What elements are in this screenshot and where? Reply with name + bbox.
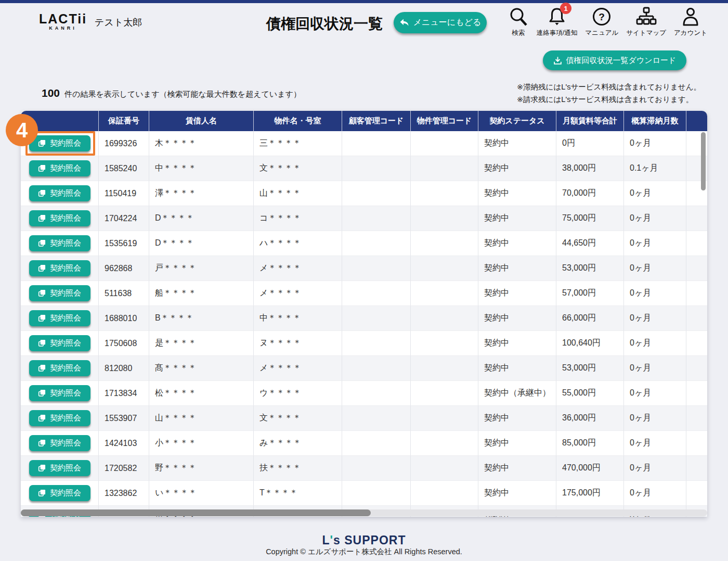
cell-monthly-rent-total: 0円 [556, 131, 624, 156]
copy-icon [38, 314, 46, 322]
contract-inquiry-label: 契約照会 [50, 438, 81, 448]
contract-inquiry-button[interactable]: 契約照会 [29, 410, 90, 426]
contract-inquiry-button[interactable]: 契約照会 [29, 185, 90, 201]
table-row: 契約照会 1150419 澤＊＊＊＊ 山＊＊＊＊ 契約中 70,000円 0ヶ月 [21, 181, 707, 206]
cell-tenant-name: 髙＊＊＊＊ [149, 356, 254, 381]
cell-property-code [411, 431, 478, 456]
contract-inquiry-button[interactable]: 契約照会 [29, 310, 90, 326]
cell-monthly-rent-total: 66,000円 [556, 306, 624, 331]
table-row: 契約照会 1713834 松＊＊＊＊ ウ＊＊＊＊ 契約中（承継中） 55,000… [21, 381, 707, 406]
download-list-button[interactable]: 債権回収状況一覧ダウンロード [543, 50, 686, 70]
cell-property-name: 扶＊＊＊＊ [254, 456, 342, 481]
cell-arrears-months: 0ヶ月 [624, 181, 686, 206]
cell-monthly-rent-total: 36,000円 [556, 406, 624, 431]
cell-contract-status: 契約中 [478, 406, 556, 431]
cell-guarantee-no: 1424103 [99, 431, 149, 456]
contract-inquiry-button[interactable]: 契約照会 [29, 385, 90, 401]
cell-customer-code [342, 381, 411, 406]
help-icon: ? [591, 6, 612, 27]
cell-property-code [411, 131, 478, 156]
vertical-scrollbar-thumb[interactable] [701, 132, 706, 190]
cell-customer-code [342, 131, 411, 156]
table-row: 契約照会 1553907 山＊＊＊＊ 文＊＊＊＊ 契約中 36,000円 0ヶ月 [21, 406, 707, 431]
result-count-text: 件の結果を表示しています（検索可能な最大件数を超えています） [64, 90, 301, 99]
copy-icon [38, 414, 46, 422]
footer-logo-l: L [322, 533, 330, 547]
contract-inquiry-button[interactable]: 契約照会 [29, 435, 90, 451]
cell-property-name: 文＊＊＊＊ [254, 406, 342, 431]
contract-inquiry-label: 契約照会 [50, 263, 81, 273]
cell-guarantee-no: 1713834 [99, 381, 149, 406]
contract-inquiry-label: 契約照会 [50, 188, 81, 198]
notification-badge: 1 [560, 3, 571, 14]
cell-arrears-months: 0ヶ月 [624, 381, 686, 406]
cell-guarantee-no: 1750608 [99, 331, 149, 356]
nav-item-sitemap[interactable]: サイトマップ [626, 6, 666, 37]
cell-property-code [411, 406, 478, 431]
copy-icon [38, 164, 46, 172]
contract-inquiry-button[interactable]: 契約照会 [29, 160, 90, 176]
footer-logo-rest: SUPPORT [341, 533, 406, 547]
search-icon [508, 6, 529, 27]
cell-spacer [686, 406, 707, 431]
contract-inquiry-button[interactable]: 契約照会 [29, 285, 90, 301]
collection-status-table: 保証番号 賃借人名 物件名・号室 顧客管理コード 物件管理コード 契約ステータス… [21, 111, 707, 517]
cell-contract-status: 契約中 [478, 306, 556, 331]
contract-inquiry-button[interactable]: 契約照会 [29, 210, 90, 226]
cell-spacer [686, 206, 707, 231]
table-row: 契約照会 511638 船＊＊＊＊ メ＊＊＊＊ 契約中 57,000円 0ヶ月 [21, 281, 707, 306]
cell-customer-code [342, 406, 411, 431]
copy-icon [38, 439, 46, 447]
cell-tenant-name: 中＊＊＊＊ [149, 156, 254, 181]
cell-guarantee-no: 1699326 [99, 131, 149, 156]
contract-inquiry-button[interactable]: 契約照会 [29, 360, 90, 376]
cell-customer-code [342, 256, 411, 281]
annotation-step-badge: 4 [6, 114, 38, 146]
cell-property-name: ハ＊＊＊＊ [254, 231, 342, 256]
contract-inquiry-button[interactable]: 契約照会 [29, 235, 90, 251]
table-row: 契約照会 1699326 木＊＊＊＊ 三＊＊＊＊ 契約中 0円 0ヶ月 [21, 131, 707, 156]
column-header: 保証番号 [99, 111, 149, 131]
cell-customer-code [342, 431, 411, 456]
horizontal-scrollbar-thumb[interactable] [21, 509, 371, 516]
cell-arrears-months: 0ヶ月 [624, 281, 686, 306]
contract-inquiry-label: 契約照会 [50, 463, 81, 473]
nav-item-account[interactable]: アカウント [674, 6, 707, 37]
contract-inquiry-label: 契約照会 [50, 238, 81, 248]
contract-inquiry-button[interactable]: 契約照会 [29, 485, 90, 501]
cell-contract-status: 契約中 [478, 431, 556, 456]
cell-arrears-months: 0.1ヶ月 [624, 156, 686, 181]
cell-property-name: み＊＊＊＊ [254, 431, 342, 456]
nav-item-manual[interactable]: ? マニュアル [585, 6, 618, 37]
back-to-menu-label: メニューにもどる [413, 17, 482, 28]
cell-property-name: メ＊＊＊＊ [254, 281, 342, 306]
footer: L's SUPPORT Copyright © エルズサポート株式会社 All … [0, 534, 728, 557]
cell-guarantee-no: 1535619 [99, 231, 149, 256]
cell-monthly-rent-total: 57,000円 [556, 281, 624, 306]
cell-spacer [686, 306, 707, 331]
cell-property-code [411, 181, 478, 206]
contract-inquiry-button[interactable]: 契約照会 [29, 260, 90, 276]
cell-guarantee-no: 1688010 [99, 306, 149, 331]
copy-icon [38, 239, 46, 247]
nav-item-search[interactable]: 検索 [508, 6, 529, 37]
horizontal-scrollbar-track[interactable] [21, 509, 707, 516]
svg-text:?: ? [599, 11, 605, 22]
cell-spacer [686, 331, 707, 356]
cell-contract-status: 契約中 [478, 456, 556, 481]
cell-property-name: ヌ＊＊＊＊ [254, 331, 342, 356]
cell-property-name: 中＊＊＊＊ [254, 306, 342, 331]
contract-inquiry-button[interactable]: 契約照会 [29, 460, 90, 476]
nav-item-notifications[interactable]: 1 連絡事項/通知 [537, 6, 577, 37]
cell-contract-status: 契約中 [478, 206, 556, 231]
cell-guarantee-no: 812080 [99, 356, 149, 381]
notes: ※滞納残にはL'sサービス料残は含まれておりません。 ※請求残にはL'sサービス… [517, 81, 701, 106]
cell-guarantee-no: 1720582 [99, 456, 149, 481]
cell-spacer [686, 431, 707, 456]
cell-customer-code [342, 306, 411, 331]
copy-icon [38, 364, 46, 372]
contract-inquiry-button[interactable]: 契約照会 [29, 335, 90, 351]
copy-icon [38, 464, 46, 472]
cell-contract-status: 契約中 [478, 331, 556, 356]
back-to-menu-button[interactable]: メニューにもどる [394, 12, 487, 33]
